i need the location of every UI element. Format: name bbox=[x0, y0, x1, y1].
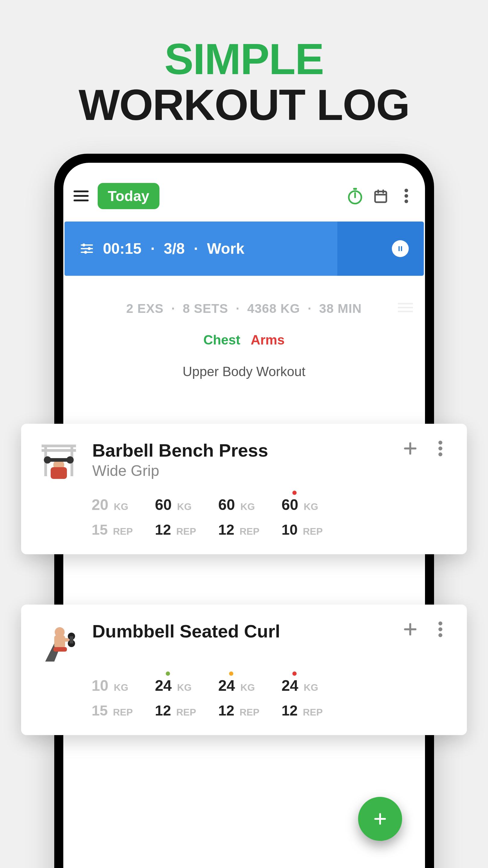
drag-handle-icon[interactable] bbox=[398, 301, 413, 313]
exercise-more-icon[interactable] bbox=[432, 621, 449, 638]
stopwatch-icon[interactable] bbox=[347, 188, 364, 204]
set-reps: 12 REP bbox=[155, 521, 215, 538]
svg-rect-16 bbox=[398, 246, 400, 251]
svg-rect-38 bbox=[70, 636, 73, 644]
svg-rect-12 bbox=[81, 248, 93, 249]
set-indicator-dot bbox=[229, 672, 233, 676]
svg-point-43 bbox=[438, 627, 443, 631]
set-column[interactable]: 60 KG12 REP bbox=[218, 496, 278, 538]
sets-row: 20 KG15 REP60 KG12 REP60 KG12 REP60 KG10… bbox=[92, 496, 449, 538]
set-column[interactable]: 60 KG12 REP bbox=[155, 496, 215, 538]
set-reps: 12 REP bbox=[218, 521, 278, 538]
svg-point-13 bbox=[88, 247, 91, 250]
set-indicator-dot bbox=[293, 491, 297, 495]
more-icon[interactable] bbox=[398, 188, 415, 204]
timer-set: 3/8 bbox=[164, 240, 185, 257]
pause-button[interactable] bbox=[392, 240, 409, 257]
exercise-thumbnail bbox=[36, 440, 81, 485]
set-reps: 12 REP bbox=[281, 702, 342, 719]
app-bar: Today bbox=[63, 179, 425, 213]
stat-sets: 8 SETS bbox=[183, 301, 228, 315]
promo-title: SIMPLE WORKOUT LOG bbox=[0, 0, 488, 128]
svg-point-29 bbox=[438, 441, 443, 444]
stat-duration: 38 MIN bbox=[319, 301, 362, 315]
set-column[interactable]: 10 KG15 REP bbox=[92, 677, 152, 719]
set-reps: 15 REP bbox=[92, 702, 152, 719]
tags-line: Chest Arms bbox=[63, 333, 425, 347]
today-chip[interactable]: Today bbox=[98, 183, 160, 209]
svg-rect-23 bbox=[51, 467, 67, 479]
svg-point-42 bbox=[438, 621, 443, 625]
set-column[interactable]: 60 KG10 REP bbox=[281, 496, 342, 538]
exercise-card[interactable]: Barbell Bench Press Wide Grip 20 KG15 RE… bbox=[21, 424, 467, 554]
svg-point-26 bbox=[67, 456, 74, 464]
svg-point-11 bbox=[82, 244, 85, 247]
set-weight: 24 KG bbox=[281, 677, 342, 694]
svg-point-44 bbox=[438, 633, 443, 637]
exercise-name: Dumbbell Seated Curl bbox=[92, 621, 391, 642]
stats-line: 2 EXS · 8 SETS · 4368 KG · 38 MIN bbox=[63, 301, 425, 316]
svg-rect-17 bbox=[401, 246, 402, 251]
set-reps: 15 REP bbox=[92, 521, 152, 538]
add-set-button[interactable] bbox=[402, 621, 419, 638]
set-weight: 20 KG bbox=[92, 496, 152, 514]
workout-name: Upper Body Workout bbox=[63, 364, 425, 379]
fab-add-button[interactable] bbox=[358, 797, 402, 841]
set-column[interactable]: 20 KG15 REP bbox=[92, 496, 152, 538]
set-column[interactable]: 24 KG12 REP bbox=[218, 677, 278, 719]
promo-line2: WORKOUT LOG bbox=[0, 82, 488, 128]
set-weight: 10 KG bbox=[92, 677, 152, 694]
exercise-thumbnail bbox=[36, 621, 81, 666]
set-reps: 10 REP bbox=[281, 521, 342, 538]
stat-exs: 2 EXS bbox=[126, 301, 164, 315]
stat-volume: 4368 KG bbox=[247, 301, 300, 315]
set-weight: 24 KG bbox=[218, 677, 278, 694]
tag-chest[interactable]: Chest bbox=[204, 333, 240, 347]
set-indicator-dot bbox=[293, 672, 297, 676]
exercise-more-icon[interactable] bbox=[432, 440, 449, 457]
set-indicator-dot bbox=[166, 672, 170, 676]
set-weight: 60 KG bbox=[218, 496, 278, 514]
svg-rect-3 bbox=[375, 191, 387, 202]
svg-rect-34 bbox=[54, 635, 65, 648]
set-column[interactable]: 24 KG12 REP bbox=[281, 677, 342, 719]
svg-point-30 bbox=[438, 447, 443, 451]
svg-point-31 bbox=[438, 453, 443, 456]
set-reps: 12 REP bbox=[155, 702, 215, 719]
timer-phase: Work bbox=[207, 240, 244, 257]
exercise-name: Barbell Bench Press bbox=[92, 440, 391, 461]
tag-arms[interactable]: Arms bbox=[251, 333, 285, 347]
timer-bar[interactable]: 00:15 · 3/8 · Work bbox=[64, 221, 424, 276]
svg-rect-0 bbox=[353, 188, 357, 190]
set-weight: 24 KG bbox=[155, 677, 215, 694]
set-column[interactable]: 24 KG12 REP bbox=[155, 677, 215, 719]
svg-point-8 bbox=[404, 194, 408, 198]
calendar-icon[interactable] bbox=[372, 188, 389, 204]
svg-point-25 bbox=[44, 456, 51, 464]
set-reps: 12 REP bbox=[218, 702, 278, 719]
svg-point-7 bbox=[404, 189, 408, 192]
tune-icon[interactable] bbox=[80, 241, 94, 256]
menu-icon[interactable] bbox=[73, 188, 89, 204]
promo-line1: SIMPLE bbox=[0, 36, 488, 82]
timer-time: 00:15 bbox=[103, 240, 142, 257]
svg-rect-39 bbox=[53, 647, 67, 652]
set-weight: 60 KG bbox=[281, 496, 342, 514]
sets-row: 10 KG15 REP24 KG12 REP24 KG12 REP24 KG12… bbox=[92, 677, 449, 719]
svg-point-15 bbox=[84, 251, 87, 254]
set-weight: 60 KG bbox=[155, 496, 215, 514]
exercise-card[interactable]: Dumbbell Seated Curl 10 KG15 REP24 KG12 … bbox=[21, 604, 467, 735]
svg-point-9 bbox=[404, 199, 408, 203]
add-set-button[interactable] bbox=[402, 440, 419, 457]
exercise-variant: Wide Grip bbox=[92, 462, 391, 479]
